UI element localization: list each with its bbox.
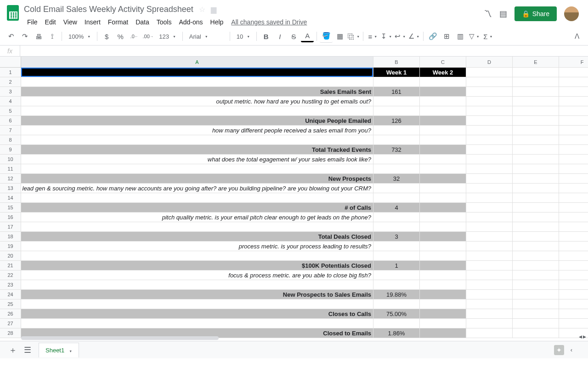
cell-empty[interactable] (559, 116, 588, 126)
cell-empty[interactable] (513, 319, 559, 328)
cell-empty[interactable] (559, 232, 588, 242)
cell-empty[interactable] (21, 135, 373, 145)
cell-empty[interactable] (466, 126, 513, 135)
cell-empty[interactable] (513, 77, 559, 87)
cell-empty[interactable] (466, 309, 513, 319)
cell-empty[interactable] (559, 299, 588, 309)
cell-empty[interactable] (513, 242, 559, 251)
add-sheet-button[interactable]: ＋ (6, 343, 20, 357)
metric-desc[interactable]: process metric. is your process leading … (21, 242, 373, 251)
metric-value-w2[interactable] (420, 232, 466, 242)
cell-empty[interactable] (373, 270, 420, 280)
cell-empty[interactable] (466, 319, 513, 328)
cell-empty[interactable] (466, 116, 513, 126)
cell-empty[interactable] (373, 106, 420, 116)
row-header-20[interactable]: 20 (0, 251, 21, 261)
rotate-button[interactable]: ∠ (407, 30, 420, 42)
sheet-tab-menu-icon[interactable] (67, 347, 72, 354)
cell-empty[interactable] (559, 106, 588, 116)
horizontal-scrollbar[interactable] (21, 336, 219, 340)
bold-button[interactable]: B (260, 30, 272, 42)
row-header-10[interactable]: 10 (0, 155, 21, 164)
cell-empty[interactable] (466, 203, 513, 213)
cell-empty[interactable] (559, 319, 588, 328)
cell-empty[interactable] (513, 193, 559, 203)
cell-empty[interactable] (373, 299, 420, 309)
cell-empty[interactable] (559, 164, 588, 174)
cell-empty[interactable] (559, 213, 588, 222)
metric-label[interactable]: New Prospects to Sales Emails (21, 290, 373, 299)
metric-desc[interactable]: focus & process metric. are you able to … (21, 270, 373, 280)
cell-empty[interactable] (559, 155, 588, 164)
decrease-decimal-button[interactable]: .0← (128, 30, 141, 42)
cell-empty[interactable] (373, 135, 420, 145)
row-header-14[interactable]: 14 (0, 193, 21, 203)
menu-tools[interactable]: Tools (153, 17, 175, 28)
cell-empty[interactable] (466, 87, 513, 97)
metric-label[interactable]: $100K Potentials Closed (21, 261, 373, 270)
metric-value-w2[interactable] (420, 203, 466, 213)
cell-empty[interactable] (513, 126, 559, 135)
cell-empty[interactable] (466, 135, 513, 145)
metric-label[interactable]: Total Tracked Events (21, 145, 373, 155)
cell-empty[interactable] (21, 77, 373, 87)
menu-format[interactable]: Format (105, 17, 131, 28)
scroll-arrows[interactable]: ◀▶ (579, 334, 586, 339)
cell-empty[interactable] (513, 251, 559, 261)
metric-value-w2[interactable] (420, 261, 466, 270)
paint-format-icon[interactable]: ⟟ (46, 30, 59, 42)
filter-button[interactable]: ▽ (468, 30, 481, 42)
cell-empty[interactable] (466, 164, 513, 174)
cell-empty[interactable] (559, 97, 588, 106)
cell-empty[interactable] (513, 261, 559, 270)
cell-empty[interactable] (373, 184, 420, 193)
number-format-select[interactable]: 123 (155, 30, 180, 42)
cell-empty[interactable] (466, 106, 513, 116)
cell-empty[interactable] (559, 193, 588, 203)
col-header-A[interactable]: A (21, 57, 373, 68)
metric-value-w1[interactable]: 3 (373, 232, 420, 242)
metric-desc[interactable]: pitch quality metric. is your email pitc… (21, 213, 373, 222)
metric-value-w1[interactable]: 19.88% (373, 290, 420, 299)
metric-desc[interactable]: what does the total egagement w/ your sa… (21, 155, 373, 164)
trend-icon[interactable]: 〽 (484, 9, 492, 19)
cell-empty[interactable] (420, 77, 466, 87)
col-header-E[interactable]: E (513, 57, 559, 68)
row-header-8[interactable]: 8 (0, 135, 21, 145)
menu-insert[interactable]: Insert (81, 17, 104, 28)
cell-empty[interactable] (420, 280, 466, 290)
avatar[interactable] (564, 6, 579, 21)
metric-desc[interactable]: lead gen & sourcing metric. how many new… (21, 184, 373, 193)
cell-empty[interactable] (466, 193, 513, 203)
col-header-B[interactable]: B (373, 57, 420, 68)
menu-add-ons[interactable]: Add-ons (175, 17, 206, 28)
row-header-12[interactable]: 12 (0, 174, 21, 184)
doc-title[interactable]: Cold Email Sales Weekly Activity Spreads… (24, 5, 193, 14)
cell-empty[interactable] (420, 155, 466, 164)
row-header-13[interactable]: 13 (0, 184, 21, 193)
cell-empty[interactable] (21, 193, 373, 203)
col-header-F[interactable]: F (559, 57, 588, 68)
cell-empty[interactable] (559, 203, 588, 213)
row-header-26[interactable]: 26 (0, 309, 21, 319)
cell-empty[interactable] (513, 97, 559, 106)
cell-empty[interactable] (420, 319, 466, 328)
cell-empty[interactable] (21, 251, 373, 261)
cell-empty[interactable] (21, 164, 373, 174)
row-header-11[interactable]: 11 (0, 164, 21, 174)
cell-empty[interactable] (373, 222, 420, 232)
cell-empty[interactable] (513, 155, 559, 164)
cell-empty[interactable] (466, 174, 513, 184)
star-icon[interactable]: ☆ (199, 5, 205, 14)
cell-empty[interactable] (466, 184, 513, 193)
col-header-C[interactable]: C (420, 57, 466, 68)
cell-empty[interactable] (466, 145, 513, 155)
cell-empty[interactable] (559, 251, 588, 261)
cell-empty[interactable] (373, 164, 420, 174)
cell-empty[interactable] (21, 106, 373, 116)
metric-label[interactable]: Total Deals Closed (21, 232, 373, 242)
share-button[interactable]: 🔒 Share (514, 6, 557, 21)
row-header-16[interactable]: 16 (0, 213, 21, 222)
sheet-tab[interactable]: Sheet1 (39, 343, 79, 357)
row-header-19[interactable]: 19 (0, 242, 21, 251)
